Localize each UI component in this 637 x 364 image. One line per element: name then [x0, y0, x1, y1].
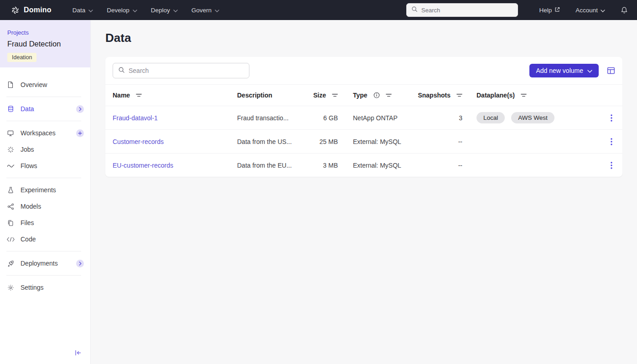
- plus-icon[interactable]: [76, 129, 84, 137]
- volume-description: Data from the US...: [237, 138, 306, 145]
- volume-name-link[interactable]: Customer-records: [113, 138, 237, 145]
- share-network-icon: [6, 203, 15, 210]
- add-new-volume-button[interactable]: Add new volume: [529, 64, 599, 77]
- files-copy-icon: [6, 220, 15, 226]
- divider: [6, 121, 81, 121]
- volume-name-link[interactable]: Fraud-datavol-1: [113, 114, 237, 122]
- volume-snapshots: --: [417, 162, 462, 169]
- collapse-sidebar-icon[interactable]: [75, 350, 81, 356]
- project-header: Projects Fraud Detection Ideation: [0, 20, 90, 67]
- chevron-down-icon: [88, 7, 93, 14]
- breadcrumb-projects[interactable]: Projects: [7, 29, 83, 36]
- gear-icon: [6, 284, 15, 291]
- monitor-icon: [6, 130, 15, 137]
- filter-icon[interactable]: [332, 93, 338, 97]
- volume-size: 6 GB: [306, 114, 338, 122]
- column-header-dataplanes: Dataplane(s): [462, 92, 587, 99]
- code-icon: [6, 237, 15, 242]
- column-header-type: Type: [338, 92, 417, 99]
- sidebar-item-workspaces[interactable]: Workspaces: [0, 125, 90, 141]
- sidebar-item-flows[interactable]: Flows: [0, 158, 90, 174]
- column-settings-icon[interactable]: [607, 67, 615, 75]
- domino-logo[interactable]: Domino: [11, 6, 52, 15]
- row-actions-kebab-icon[interactable]: [608, 160, 615, 171]
- column-header-snapshots: Snapshots: [417, 92, 462, 99]
- dataplane-pill: Local: [476, 112, 505, 123]
- account-menu[interactable]: Account: [575, 7, 605, 14]
- filter-icon[interactable]: [521, 93, 527, 97]
- table-header: Name Description Size Type Snapshots: [105, 84, 622, 106]
- chevron-right-icon[interactable]: [76, 260, 84, 267]
- topnav-develop[interactable]: Develop: [107, 7, 137, 14]
- project-stage-badge: Ideation: [7, 53, 36, 62]
- wave-icon: [6, 164, 15, 168]
- column-header-name: Name: [113, 92, 237, 99]
- sidebar-item-deployments[interactable]: Deployments: [0, 255, 90, 272]
- database-icon: [6, 105, 15, 113]
- chevron-down-icon: [173, 7, 178, 14]
- filter-icon[interactable]: [386, 93, 392, 97]
- project-name: Fraud Detection: [7, 40, 83, 48]
- sidebar-item-data[interactable]: Data: [0, 101, 90, 117]
- volume-description: Data from the EU...: [237, 162, 306, 169]
- divider: [6, 275, 81, 276]
- help-link[interactable]: Help: [539, 7, 560, 14]
- volume-type: External: MySQL: [338, 138, 417, 145]
- column-header-description: Description: [237, 92, 306, 99]
- main-content: Data Add new volume: [91, 20, 637, 364]
- sidebar-item-overview[interactable]: Overview: [0, 77, 90, 93]
- volume-size: 25 MB: [306, 138, 338, 145]
- column-header-size: Size: [306, 92, 338, 99]
- volume-snapshots: --: [417, 138, 462, 145]
- filter-icon[interactable]: [456, 93, 462, 97]
- page-title: Data: [105, 31, 622, 45]
- topnav-deploy[interactable]: Deploy: [151, 7, 178, 14]
- chevron-down-icon: [601, 7, 605, 14]
- top-navigation: Data Develop Deploy Govern: [73, 7, 219, 14]
- sidebar-item-code[interactable]: Code: [0, 231, 90, 247]
- chevron-down-icon: [215, 7, 219, 14]
- volume-size: 3 MB: [306, 162, 338, 169]
- chevron-right-icon[interactable]: [76, 105, 84, 113]
- topbar: Domino Data Develop Deploy Govern Help: [0, 0, 637, 20]
- sidebar-item-jobs[interactable]: Jobs: [0, 141, 90, 158]
- topnav-govern[interactable]: Govern: [192, 7, 219, 14]
- dataplane-pill: AWS West: [511, 112, 554, 123]
- row-actions-kebab-icon[interactable]: [608, 136, 615, 147]
- volume-type: NetApp ONTAP: [338, 114, 417, 122]
- table-row: Fraud-datavol-1 Fraud transactio... 6 GB…: [105, 106, 622, 129]
- table-row: Customer-records Data from the US... 25 …: [105, 129, 622, 153]
- data-volumes-card: Add new volume Name Description: [105, 57, 622, 177]
- document-icon: [6, 81, 15, 88]
- toolbar-actions: Add new volume: [529, 64, 615, 77]
- info-icon[interactable]: [373, 92, 380, 98]
- table-row: EU-customer-records Data from the EU... …: [105, 153, 622, 177]
- global-search[interactable]: [406, 3, 518, 17]
- sidebar-item-experiments[interactable]: Experiments: [0, 182, 90, 198]
- brand-name: Domino: [24, 6, 52, 14]
- sidebar-item-files[interactable]: Files: [0, 215, 90, 231]
- volume-snapshots: 3: [417, 114, 462, 122]
- chevron-down-icon: [133, 7, 137, 14]
- global-search-input[interactable]: [421, 7, 513, 14]
- table-search[interactable]: [113, 63, 249, 78]
- rocket-icon: [6, 260, 15, 267]
- spinner-icon: [6, 146, 15, 153]
- notifications-bell-icon[interactable]: [621, 6, 628, 14]
- topnav-data[interactable]: Data: [73, 7, 93, 14]
- domino-pinwheel-icon: [11, 6, 20, 15]
- divider: [6, 97, 81, 97]
- topbar-right: Help Account: [539, 6, 628, 14]
- sidebar-item-models[interactable]: Models: [0, 198, 90, 215]
- sidebar-nav: Overview Data Workspaces: [0, 67, 90, 296]
- table-search-input[interactable]: [129, 67, 244, 74]
- volume-name-link[interactable]: EU-customer-records: [113, 162, 237, 169]
- flask-icon: [6, 186, 15, 194]
- filter-icon[interactable]: [136, 93, 142, 97]
- divider: [6, 178, 81, 178]
- search-icon: [411, 6, 418, 14]
- search-icon: [118, 67, 125, 75]
- row-actions-kebab-icon[interactable]: [608, 113, 615, 123]
- sidebar-item-settings[interactable]: Settings: [0, 279, 90, 296]
- divider: [6, 251, 81, 251]
